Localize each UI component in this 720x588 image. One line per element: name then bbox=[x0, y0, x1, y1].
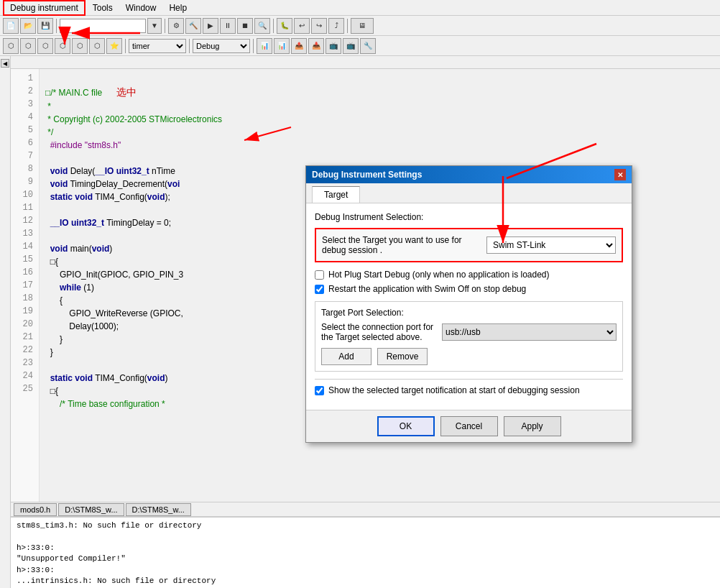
port-section: Target Port Selection: Select the connec… bbox=[315, 301, 623, 372]
target-selection-box: Select the Target you want to use for de… bbox=[315, 228, 623, 262]
port-text: Select the connection port for the Targe… bbox=[321, 322, 436, 342]
port-buttons: Add Remove bbox=[321, 348, 617, 365]
dialog-tabs: Target bbox=[306, 183, 632, 203]
cancel-button[interactable]: Cancel bbox=[440, 416, 498, 436]
restart-label: Restart the application with Swim Off on… bbox=[328, 284, 526, 294]
port-row: Select the connection port for the Targe… bbox=[321, 322, 617, 342]
dialog-body: Debug Instrument Selection: Select the T… bbox=[306, 203, 632, 410]
port-section-label: Target Port Selection: bbox=[321, 308, 617, 318]
dialog-close-btn[interactable]: ✕ bbox=[614, 169, 626, 180]
dialog-tab-target[interactable]: Target bbox=[312, 186, 360, 203]
section1-label: Debug Instrument Selection: bbox=[315, 212, 623, 222]
hotplug-checkbox[interactable] bbox=[315, 270, 324, 280]
notification-checkbox[interactable] bbox=[315, 386, 324, 395]
hotplug-label: Hot Plug Start Debug (only when no appli… bbox=[328, 270, 550, 280]
apply-button[interactable]: Apply bbox=[504, 416, 561, 436]
notification-label: Show the selected target notification at… bbox=[328, 385, 580, 395]
target-selection-text: Select the Target you want to use for de… bbox=[322, 235, 481, 255]
ide-window: Debug instrument Tools Window Help 📄 📂 💾… bbox=[0, 0, 720, 588]
notification-row: Show the selected target notification at… bbox=[315, 379, 623, 401]
dialog-backdrop: Debug Instrument Settings ✕ Target Debug… bbox=[0, 0, 720, 588]
restart-row: Restart the application with Swim Off on… bbox=[315, 284, 623, 294]
remove-port-btn[interactable]: Remove bbox=[377, 348, 428, 365]
add-port-btn[interactable]: Add bbox=[321, 348, 371, 365]
target-dropdown[interactable]: Swim ST-Link Rlink ST-Link bbox=[486, 236, 616, 254]
debug-instrument-dialog: Debug Instrument Settings ✕ Target Debug… bbox=[305, 165, 632, 443]
dialog-title: Debug Instrument Settings bbox=[312, 170, 422, 180]
ok-button[interactable]: OK bbox=[377, 416, 435, 436]
hotplug-row: Hot Plug Start Debug (only when no appli… bbox=[315, 270, 623, 280]
restart-checkbox[interactable] bbox=[315, 285, 324, 294]
dialog-title-bar: Debug Instrument Settings ✕ bbox=[306, 166, 632, 183]
dialog-footer: OK Cancel Apply bbox=[306, 410, 632, 442]
port-dropdown[interactable]: usb://usb bbox=[442, 323, 617, 341]
